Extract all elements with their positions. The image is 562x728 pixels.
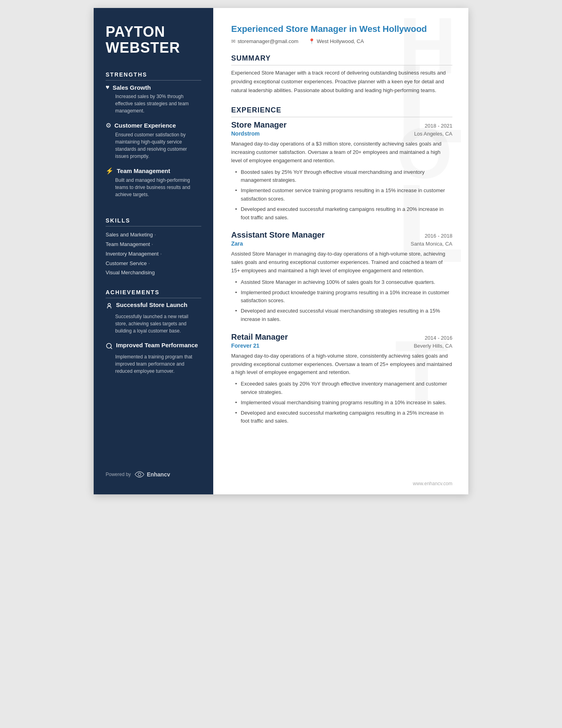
achievement-header: Improved Team Performance xyxy=(106,342,201,351)
achievement-team-performance: Improved Team Performance Implemented a … xyxy=(106,342,201,375)
skills-section: SKILLS Sales and Marketing · Team Manage… xyxy=(106,217,201,277)
job-title: Experienced Store Manager in West Hollyw… xyxy=(231,24,452,34)
location-contact: 📍 West Hollywood, CA xyxy=(309,38,364,44)
bullet-item: Developed and executed successful market… xyxy=(235,205,452,222)
achievements-title: ACHIEVEMENTS xyxy=(106,289,201,298)
strength-desc: Ensured customer satisfaction by maintai… xyxy=(106,131,201,160)
strengths-section: STRENGTHS ♥ Sales Growth Increased sales… xyxy=(106,71,201,205)
job-desc: Managed day-to-day operations of a high-… xyxy=(231,352,452,377)
job-title-name: Store Manager xyxy=(231,120,287,130)
location-icon: 📍 xyxy=(309,38,315,44)
sidebar-footer: Powered by Enhancv xyxy=(106,462,201,478)
job-location: Los Angeles, CA xyxy=(414,131,452,137)
skill-item: Customer Service · xyxy=(106,258,201,268)
summary-section: SUMMARY Experienced Store Manager with a… xyxy=(231,54,452,95)
job-header: Assistant Store Manager 2016 - 2018 xyxy=(231,230,452,240)
job-entry-nordstrom: Store Manager 2018 - 2021 Nordstrom Los … xyxy=(231,120,452,222)
strength-header: ⚙ Customer Experience xyxy=(106,122,201,129)
achievement-desc: Successfully launched a new retail store… xyxy=(106,313,201,334)
achievement-title: Improved Team Performance xyxy=(116,342,198,349)
company-name: Zara xyxy=(231,240,243,247)
company-name: Nordstrom xyxy=(231,130,260,137)
bullet-item: Developed and executed successful market… xyxy=(235,409,452,426)
job-bullets: Assisted Store Manager in achieving 100%… xyxy=(231,278,452,324)
achievement-store-launch: Successful Store Launch Successfully lau… xyxy=(106,301,201,334)
svg-line-2 xyxy=(110,348,112,349)
gear-icon: ⚙ xyxy=(106,122,111,129)
job-bullets: Boosted sales by 25% YoY through effecti… xyxy=(231,168,452,222)
skill-dot: · xyxy=(148,260,150,266)
skill-item: Sales and Marketing · xyxy=(106,230,201,239)
job-bullets: Exceeded sales goals by 20% YoY through … xyxy=(231,380,452,425)
website-text: www.enhancv.com xyxy=(413,481,452,486)
bullet-item: Assisted Store Manager in achieving 100%… xyxy=(235,278,452,287)
skill-item: Inventory Management · xyxy=(106,249,201,258)
email-text: storemanager@gmail.com xyxy=(238,38,299,44)
achievement-header: Successful Store Launch xyxy=(106,301,201,311)
job-entry-zara: Assistant Store Manager 2016 - 2018 Zara… xyxy=(231,230,452,323)
bullet-item: Implemented product knowledge training p… xyxy=(235,289,452,305)
job-dates: 2016 - 2018 xyxy=(425,233,452,239)
job-desc: Managed day-to-day operations of a $3 mi… xyxy=(231,140,452,165)
summary-text: Experienced Store Manager with a track r… xyxy=(231,69,452,95)
strength-title: Team Management xyxy=(117,167,170,174)
job-header: Store Manager 2018 - 2021 xyxy=(231,120,452,130)
strength-desc: Increased sales by 30% through effective… xyxy=(106,93,201,114)
experience-section: EXPERIENCE Store Manager 2018 - 2021 Nor… xyxy=(231,106,452,425)
strength-title: Customer Experience xyxy=(114,122,176,129)
strengths-title: STRENGTHS xyxy=(106,71,201,81)
resume-container: PAYTON WEBSTER STRENGTHS ♥ Sales Growth … xyxy=(94,8,468,494)
heart-icon: ♥ xyxy=(106,84,110,91)
strength-team-management: ⚡ Team Management Built and managed high… xyxy=(106,167,201,198)
header-section: Experienced Store Manager in West Hollyw… xyxy=(231,24,452,44)
email-icon: ✉ xyxy=(231,38,236,44)
job-sub: Nordstrom Los Angeles, CA xyxy=(231,130,452,137)
powered-by-label: Powered by xyxy=(106,472,131,477)
store-icon xyxy=(106,302,113,311)
job-location: Santa Monica, CA xyxy=(411,241,452,247)
svg-point-0 xyxy=(108,303,110,306)
sidebar: PAYTON WEBSTER STRENGTHS ♥ Sales Growth … xyxy=(94,8,213,494)
job-desc: Assisted Store Manager in managing day-t… xyxy=(231,250,452,275)
svg-point-3 xyxy=(138,473,141,476)
strength-desc: Built and managed high-performing teams … xyxy=(106,177,201,198)
job-entry-forever21: Retail Manager 2014 - 2016 Forever 21 Be… xyxy=(231,333,452,425)
achievement-desc: Implemented a training program that impr… xyxy=(106,353,201,375)
enhancv-logo: Enhancv xyxy=(134,470,170,478)
strength-header: ♥ Sales Growth xyxy=(106,84,201,91)
job-sub: Zara Santa Monica, CA xyxy=(231,240,452,247)
achievement-title: Successful Store Launch xyxy=(116,301,187,309)
email-contact: ✉ storemanager@gmail.com xyxy=(231,38,299,44)
candidate-name: PAYTON WEBSTER xyxy=(106,24,201,55)
strength-customer-experience: ⚙ Customer Experience Ensured customer s… xyxy=(106,122,201,160)
bullet-item: Exceeded sales goals by 20% YoY through … xyxy=(235,380,452,397)
lightning-icon: ⚡ xyxy=(106,167,114,175)
job-location: Beverly Hills, CA xyxy=(414,343,452,349)
job-sub: Forever 21 Beverly Hills, CA xyxy=(231,342,452,349)
location-text: West Hollywood, CA xyxy=(317,38,364,44)
skill-item: Visual Merchandising xyxy=(106,268,201,277)
job-dates: 2014 - 2016 xyxy=(425,335,452,341)
enhancv-icon xyxy=(134,470,145,478)
skill-dot: · xyxy=(151,241,153,247)
job-title-name: Assistant Store Manager xyxy=(231,230,325,240)
job-title-name: Retail Manager xyxy=(231,333,288,342)
main-content: H L O L T Experienced Store Manager in W… xyxy=(213,8,468,494)
company-name: Forever 21 xyxy=(231,342,259,349)
contact-line: ✉ storemanager@gmail.com 📍 West Hollywoo… xyxy=(231,38,452,44)
job-header: Retail Manager 2014 - 2016 xyxy=(231,333,452,342)
search-icon xyxy=(106,342,113,351)
name-display: PAYTON WEBSTER xyxy=(106,24,201,55)
achievements-section: ACHIEVEMENTS Successful Store Launch Suc… xyxy=(106,289,201,382)
skill-item: Team Management · xyxy=(106,239,201,249)
brand-name: Enhancv xyxy=(147,471,170,478)
bullet-item: Developed and executed successful visual… xyxy=(235,307,452,324)
bullet-item: Implemented customer service training pr… xyxy=(235,187,452,203)
experience-title: EXPERIENCE xyxy=(231,106,452,117)
job-dates: 2018 - 2021 xyxy=(425,123,452,129)
bullet-item: Implemented visual merchandising trainin… xyxy=(235,399,452,407)
skill-dot: · xyxy=(160,250,162,257)
main-footer: www.enhancv.com xyxy=(413,481,452,486)
summary-title: SUMMARY xyxy=(231,54,452,65)
bullet-item: Boosted sales by 25% YoY through effecti… xyxy=(235,168,452,185)
